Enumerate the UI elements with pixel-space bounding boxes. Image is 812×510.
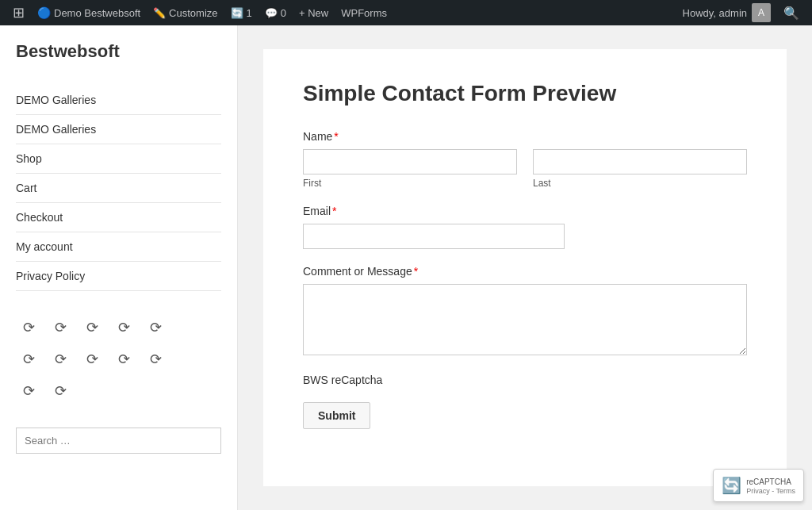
recaptcha-text-block: reCAPTCHA Privacy - Terms xyxy=(746,477,795,495)
name-label-text: Name xyxy=(303,130,332,143)
last-name-input[interactable] xyxy=(533,149,747,174)
first-name-sublabel: First xyxy=(303,178,517,189)
comments-count: 0 xyxy=(281,7,286,19)
customize-button[interactable]: ✏️ Customize xyxy=(147,0,224,25)
name-label: Name* xyxy=(303,130,747,143)
social-icon-8[interactable]: ⟳ xyxy=(79,347,105,372)
social-icon-7[interactable]: ⟳ xyxy=(48,347,73,372)
wp-logo-icon: ⊞ xyxy=(13,4,25,21)
admin-search-button[interactable]: 🔍 xyxy=(777,0,806,25)
updates-count: 1 xyxy=(247,7,252,19)
updates-icon: 🔄 xyxy=(231,7,243,19)
social-icon-10[interactable]: ⟳ xyxy=(143,347,168,372)
nav-item-checkout: Checkout xyxy=(16,203,221,232)
recaptcha-logo-icon: 🔄 xyxy=(722,476,741,495)
site-name-button[interactable]: 🔵 Demo Bestwebsoft xyxy=(31,0,147,25)
customize-icon: ✏️ xyxy=(153,7,166,19)
page-title: Simple Contact Form Preview xyxy=(303,81,747,106)
page-wrapper: Bestwebsoft DEMO Galleries DEMO Gallerie… xyxy=(0,25,812,510)
email-label-text: Email xyxy=(303,205,331,217)
captcha-label: BWS reCaptcha xyxy=(303,374,747,386)
main-content: Simple Contact Form Preview Name* First xyxy=(238,25,812,510)
social-icon-5[interactable]: ⟳ xyxy=(143,315,168,340)
social-icon-11[interactable]: ⟳ xyxy=(16,378,41,404)
message-textarea[interactable] xyxy=(303,284,747,355)
recaptcha-links: Privacy - Terms xyxy=(746,487,795,495)
howdy-section[interactable]: Howdy, admin A xyxy=(676,3,777,22)
wpforms-label: WPForms xyxy=(341,7,387,19)
social-icon-6[interactable]: ⟳ xyxy=(16,347,41,372)
captcha-group: BWS reCaptcha xyxy=(303,374,747,386)
name-field-group: Name* First Last xyxy=(303,130,747,189)
first-name-input[interactable] xyxy=(303,149,517,174)
recaptcha-text: reCAPTCHA xyxy=(746,477,795,487)
nav-item-demo-galleries-2: DEMO Galleries xyxy=(16,115,221,144)
sidebar: Bestwebsoft DEMO Galleries DEMO Gallerie… xyxy=(0,25,238,510)
content-area: Simple Contact Form Preview Name* First xyxy=(263,49,787,486)
email-field-group: Email* xyxy=(303,205,747,249)
social-icons-container: ⟳ ⟳ ⟳ ⟳ ⟳ ⟳ ⟳ ⟳ ⟳ ⟳ ⟳ ⟳ xyxy=(16,315,190,404)
nav-item-shop: Shop xyxy=(16,144,221,174)
name-row: First Last xyxy=(303,149,747,189)
nav-link-demo-galleries-1[interactable]: DEMO Galleries xyxy=(16,86,221,114)
new-label: + New xyxy=(299,7,328,19)
social-icon-1[interactable]: ⟳ xyxy=(16,315,41,340)
submit-button[interactable]: Submit xyxy=(303,402,370,429)
avatar: A xyxy=(752,3,771,22)
nav-item-my-account: My account xyxy=(16,232,221,262)
social-icon-4[interactable]: ⟳ xyxy=(111,315,136,340)
recaptcha-badge: 🔄 reCAPTCHA Privacy - Terms xyxy=(713,469,804,502)
wpforms-button[interactable]: WPForms xyxy=(335,0,393,25)
nav-item-demo-galleries-1: DEMO Galleries xyxy=(16,86,221,115)
nav-link-shop[interactable]: Shop xyxy=(16,144,221,173)
howdy-label: Howdy, admin xyxy=(683,7,747,19)
site-name-icon: 🔵 xyxy=(37,6,51,19)
message-label: Comment or Message* xyxy=(303,265,747,278)
name-required-star: * xyxy=(334,130,338,143)
admin-bar: ⊞ 🔵 Demo Bestwebsoft ✏️ Customize 🔄 1 💬 … xyxy=(0,0,812,25)
nav-item-privacy-policy: Privacy Policy xyxy=(16,262,221,291)
social-icon-9[interactable]: ⟳ xyxy=(111,347,136,372)
contact-form: Name* First Last xyxy=(303,130,747,429)
new-content-button[interactable]: + New xyxy=(293,0,335,25)
last-name-field: Last xyxy=(533,149,747,189)
message-field-group: Comment or Message* xyxy=(303,265,747,358)
social-icon-12[interactable]: ⟳ xyxy=(48,378,73,404)
search-widget xyxy=(16,428,221,454)
nav-link-checkout[interactable]: Checkout xyxy=(16,203,221,232)
nav-link-privacy-policy[interactable]: Privacy Policy xyxy=(16,262,221,290)
email-required-star: * xyxy=(332,205,336,217)
nav-link-cart[interactable]: Cart xyxy=(16,174,221,202)
customize-label: Customize xyxy=(169,7,217,19)
message-required-star: * xyxy=(414,265,418,278)
nav-item-cart: Cart xyxy=(16,174,221,203)
comments-button[interactable]: 💬 0 xyxy=(259,0,293,25)
nav-menu: DEMO Galleries DEMO Galleries Shop Cart … xyxy=(16,86,221,291)
nav-link-demo-galleries-2[interactable]: DEMO Galleries xyxy=(16,115,221,144)
nav-menu-list: DEMO Galleries DEMO Galleries Shop Cart … xyxy=(16,86,221,291)
site-name-label: Demo Bestwebsoft xyxy=(54,7,140,19)
email-label: Email* xyxy=(303,205,747,217)
social-icon-2[interactable]: ⟳ xyxy=(48,315,73,340)
submit-group: Submit xyxy=(303,402,747,429)
message-label-text: Comment or Message xyxy=(303,265,412,278)
email-input[interactable] xyxy=(303,224,565,249)
social-icon-3[interactable]: ⟳ xyxy=(79,315,105,340)
last-name-sublabel: Last xyxy=(533,178,747,189)
wp-logo-button[interactable]: ⊞ xyxy=(6,0,31,25)
search-input[interactable] xyxy=(16,428,221,454)
first-name-field: First xyxy=(303,149,517,189)
nav-link-my-account[interactable]: My account xyxy=(16,232,221,261)
admin-search-icon: 🔍 xyxy=(783,6,799,21)
updates-button[interactable]: 🔄 1 xyxy=(224,0,259,25)
site-title: Bestwebsoft xyxy=(16,41,221,62)
comments-icon: 💬 xyxy=(265,7,278,19)
